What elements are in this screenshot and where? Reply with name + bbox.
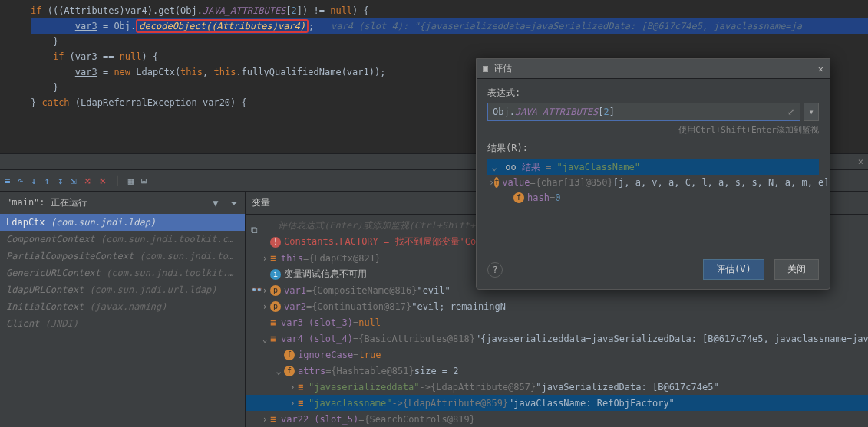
dialog-hint: 使用Ctrl+Shift+Enter添加到监视: [487, 124, 819, 136]
stack-frame[interactable]: InitialContext (javax.naming): [0, 298, 245, 315]
thread-status: "main": 正在运行: [6, 196, 87, 209]
variables-title: 变量: [252, 196, 270, 209]
field-ignoreCase[interactable]: fignoreCase = true: [246, 347, 868, 363]
layout-icon[interactable]: ⊟: [141, 176, 147, 186]
close-button[interactable]: 关闭: [774, 259, 819, 280]
show-exec-point-icon[interactable]: ≡: [5, 176, 10, 186]
result-value[interactable]: ›f value = {char[13]@850} [j, a, v, a, C…: [487, 175, 819, 190]
expression-history-dropdown[interactable]: ▾: [804, 103, 819, 121]
var-var22[interactable]: ›≡var22 (slot_5) = {SearchControls@819}: [246, 411, 868, 427]
step-into-icon[interactable]: ↓: [31, 176, 36, 186]
frames-panel: "main": 正在运行 ▼ ⏷ LdapCtx (com.sun.jndi.l…: [0, 192, 246, 427]
thread-dropdown-icon[interactable]: ⏷: [229, 198, 239, 209]
glasses-icon[interactable]: 👓: [251, 284, 262, 295]
stack-frame[interactable]: Client (JNDI): [0, 315, 245, 332]
expression-input[interactable]: Obj.JAVA_ATTRIBUTES[2] ⤢: [487, 103, 800, 121]
evaluate-icon[interactable]: ⤪: [99, 176, 107, 186]
field-attrs[interactable]: ⌄fattrs = {Hashtable@851} size = 2: [246, 363, 868, 379]
map-entry-jsd[interactable]: ›≡"javaserializeddata" -> {LdapAttribute…: [246, 379, 868, 395]
map-entry-jcn[interactable]: ›≡"javaclassname" -> {LdapAttribute@859}…: [246, 395, 868, 411]
stack-frame[interactable]: GenericURLContext (com.sun.jndi.toolkit.…: [0, 264, 245, 281]
drop-frame-icon[interactable]: ⤨: [84, 176, 91, 186]
filter-icon[interactable]: ▼: [213, 198, 218, 209]
expand-icon[interactable]: ⤢: [787, 107, 795, 117]
stack-frame[interactable]: ldapURLContext (com.sun.jndi.url.ldap): [0, 281, 245, 298]
close-icon[interactable]: ×: [858, 156, 863, 167]
result-hash[interactable]: f hash = 0: [487, 190, 819, 205]
expression-label: 表达式:: [487, 87, 819, 100]
watch-prompt[interactable]: 评估表达式(Enter)或添加监视(Ctrl+Shift+Enter): [259, 219, 509, 232]
stack-frame[interactable]: ComponentContext (com.sun.jndi.toolkit.c…: [0, 231, 245, 248]
stack-frame[interactable]: LdapCtx (com.sun.jndi.ldap): [0, 214, 245, 231]
dialog-title: 评估: [493, 63, 512, 74]
var-var2[interactable]: ›pvar2 = {Continuation@817} "evil; remai…: [246, 298, 868, 314]
dialog-icon: ▣: [483, 63, 488, 74]
close-icon[interactable]: ✕: [818, 64, 823, 74]
evaluate-button[interactable]: 评估(V): [703, 259, 764, 280]
step-over-icon[interactable]: ↷: [18, 176, 23, 186]
step-out-icon[interactable]: ↑: [45, 176, 50, 186]
gutter-icons: ⧉ 👓: [251, 225, 262, 295]
help-icon[interactable]: ?: [487, 262, 503, 278]
var-var4[interactable]: ⌄≡var4 (slot_4) = {BasicAttributes@818} …: [246, 330, 868, 347]
result-root[interactable]: ⌄ oo 结果 = "javaClassName": [487, 159, 819, 175]
result-label: 结果(R):: [487, 142, 819, 155]
copy-icon[interactable]: ⧉: [251, 225, 262, 235]
force-step-into-icon[interactable]: ↧: [58, 176, 63, 186]
var-var3[interactable]: ≡var3 (slot_3) = null: [246, 314, 868, 330]
evaluate-dialog: ▣ 评估 ✕ 表达式: Obj.JAVA_ATTRIBUTES[2] ⤢ ▾ 使…: [476, 58, 830, 290]
stack-frame[interactable]: PartialCompositeContext (com.sun.jndi.to…: [0, 248, 245, 264]
run-to-cursor-icon[interactable]: ⇲: [71, 176, 76, 186]
calculator-icon[interactable]: ▦: [128, 176, 134, 186]
